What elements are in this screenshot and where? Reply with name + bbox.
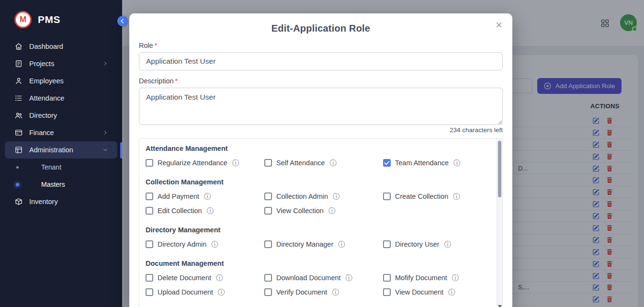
- permission-label: Delete Document: [158, 274, 211, 282]
- scrollbar-track[interactable]: [497, 139, 502, 307]
- permission-download-document[interactable]: Download Documentⓘ: [264, 274, 383, 282]
- permission-collection-admin[interactable]: Collection Adminⓘ: [264, 193, 383, 200]
- info-icon[interactable]: ⓘ: [328, 207, 335, 214]
- info-icon[interactable]: ⓘ: [204, 193, 211, 200]
- permission-add-payment[interactable]: Add Paymentⓘ: [146, 193, 264, 200]
- bullet-icon: [16, 166, 19, 169]
- permission-section-title: Attendance Management: [146, 145, 488, 152]
- info-icon[interactable]: ⓘ: [453, 159, 460, 166]
- permission-create-collection[interactable]: Create Collectionⓘ: [383, 193, 488, 200]
- sidebar-item-directory[interactable]: Directory: [5, 107, 117, 124]
- checkbox-icon[interactable]: [146, 274, 153, 282]
- chevron-right-icon: [102, 60, 109, 67]
- description-textarea[interactable]: Application Test User: [139, 88, 503, 125]
- brand-name: PMS: [38, 14, 60, 25]
- info-icon[interactable]: ⓘ: [448, 289, 455, 296]
- permission-section-collection-management: Collection ManagementAdd PaymentⓘCollect…: [146, 178, 488, 215]
- permissions-scroll-area: Attendance ManagementRegularize Attendan…: [139, 138, 503, 307]
- info-icon[interactable]: ⓘ: [444, 241, 451, 248]
- permission-mofify-document[interactable]: Mofify Documentⓘ: [383, 274, 488, 282]
- directory-icon: [14, 111, 23, 120]
- finance-icon: [14, 128, 23, 137]
- sidebar-item-label: Inventory: [29, 198, 58, 205]
- sidebar-item-dashboard[interactable]: Dashboard: [5, 38, 117, 55]
- sidebar-item-label: Directory: [29, 112, 57, 119]
- checkbox-icon[interactable]: [146, 240, 153, 248]
- dashboard-icon: [14, 42, 23, 51]
- permission-label: Download Document: [276, 274, 341, 282]
- checkbox-icon[interactable]: [146, 207, 153, 215]
- info-icon[interactable]: ⓘ: [453, 193, 460, 200]
- checkbox-icon[interactable]: [146, 288, 153, 296]
- sidebar-item-employees[interactable]: Employees: [5, 72, 117, 90]
- info-icon[interactable]: ⓘ: [211, 241, 218, 248]
- scrollbar-thumb[interactable]: [498, 141, 501, 197]
- checkbox-icon[interactable]: [383, 240, 391, 248]
- info-icon[interactable]: ⓘ: [346, 274, 352, 281]
- info-icon[interactable]: ⓘ: [232, 159, 239, 166]
- permission-team-attendance[interactable]: Team Attendanceⓘ: [383, 159, 488, 167]
- sidebar-item-label: Finance: [29, 129, 54, 136]
- permission-label: Regularize Attendance: [158, 159, 227, 167]
- info-icon[interactable]: ⓘ: [338, 241, 345, 248]
- sidebar-subitem-masters[interactable]: Masters: [0, 176, 122, 193]
- checkbox-icon[interactable]: [146, 159, 153, 167]
- checkbox-icon[interactable]: [264, 159, 272, 167]
- permission-verify-document[interactable]: Verify Documentⓘ: [264, 288, 383, 296]
- checkbox-icon[interactable]: [264, 288, 272, 296]
- checkbox-icon[interactable]: [264, 207, 272, 215]
- sidebar-subitem-tenant[interactable]: Tenant: [0, 159, 122, 176]
- permission-edit-collection[interactable]: Edit Collectionⓘ: [146, 207, 264, 215]
- close-icon[interactable]: ×: [491, 17, 507, 33]
- sidebar-item-administration[interactable]: Administration: [5, 141, 117, 159]
- info-icon[interactable]: ⓘ: [218, 289, 225, 296]
- checkbox-icon[interactable]: [264, 274, 272, 282]
- sidebar-item-finance[interactable]: Finance: [5, 124, 117, 141]
- role-label-text: Role: [139, 42, 153, 49]
- checkbox-icon[interactable]: [383, 193, 391, 200]
- checkbox-checked-icon[interactable]: [383, 159, 391, 167]
- info-icon[interactable]: ⓘ: [330, 159, 337, 166]
- permission-directory-user[interactable]: Directory Userⓘ: [383, 240, 488, 248]
- info-icon[interactable]: ⓘ: [216, 274, 223, 281]
- permission-view-collection[interactable]: View Collectionⓘ: [264, 207, 383, 215]
- sidebar-collapse-button[interactable]: [117, 16, 128, 26]
- permission-directory-manager[interactable]: Directory Managerⓘ: [264, 240, 383, 248]
- checkbox-icon[interactable]: [383, 288, 391, 296]
- sidebar-item-label: Administration: [29, 146, 73, 154]
- permission-self-attendance[interactable]: Self Attendanceⓘ: [264, 159, 383, 167]
- permission-label: Directory Manager: [276, 240, 333, 248]
- permission-upload-document[interactable]: Upload Documentⓘ: [146, 288, 264, 296]
- role-label: Role*: [139, 42, 503, 49]
- sidebar-item-label: Dashboard: [29, 43, 63, 50]
- sidebar-item-label: Attendance: [29, 94, 64, 102]
- attendance-icon: [14, 94, 23, 102]
- checkbox-icon[interactable]: [264, 240, 272, 248]
- permission-label: Mofify Document: [395, 274, 447, 282]
- checkbox-icon[interactable]: [383, 274, 391, 282]
- permission-label: Self Attendance: [276, 159, 325, 167]
- checkbox-icon[interactable]: [264, 193, 272, 200]
- info-icon[interactable]: ⓘ: [332, 289, 339, 296]
- role-input[interactable]: [139, 52, 503, 70]
- sidebar-subitem-label: Tenant: [41, 163, 61, 171]
- permission-label: Create Collection: [395, 193, 448, 200]
- permission-label: Collection Admin: [276, 193, 328, 200]
- app-logo-icon: M: [14, 11, 32, 28]
- permission-regularize-attendance[interactable]: Regularize Attendanceⓘ: [146, 159, 264, 167]
- info-icon[interactable]: ⓘ: [333, 193, 339, 200]
- characters-left-counter: 234 characters left: [139, 126, 503, 135]
- sidebar-item-attendance[interactable]: Attendance: [5, 90, 117, 107]
- permission-directory-admin[interactable]: Directory Adminⓘ: [146, 240, 264, 248]
- permission-section-attendance-management: Attendance ManagementRegularize Attendan…: [146, 145, 488, 167]
- sidebar-item-projects[interactable]: Projects: [5, 55, 117, 72]
- sidebar-item-inventory[interactable]: Inventory: [5, 193, 117, 210]
- checkbox-icon[interactable]: [146, 193, 153, 200]
- scroll-down-arrow-icon[interactable]: [498, 305, 502, 307]
- permission-view-document[interactable]: View Documentⓘ: [383, 288, 488, 296]
- info-icon[interactable]: ⓘ: [207, 207, 214, 214]
- sidebar-item-label: Projects: [29, 60, 54, 68]
- permission-delete-document[interactable]: Delete Documentⓘ: [146, 274, 264, 282]
- sidebar-subitem-label: Masters: [41, 181, 65, 188]
- info-icon[interactable]: ⓘ: [452, 274, 459, 281]
